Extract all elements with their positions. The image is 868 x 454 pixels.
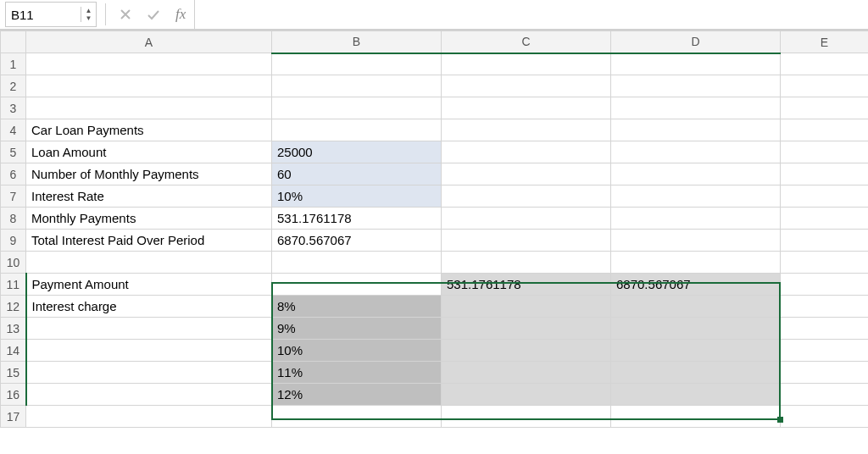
row-header[interactable]: 5 bbox=[1, 141, 26, 163]
row-header[interactable]: 14 bbox=[1, 340, 26, 362]
row-header[interactable]: 1 bbox=[1, 53, 26, 75]
cell-D14[interactable] bbox=[611, 340, 781, 362]
cell-C13[interactable] bbox=[442, 318, 611, 340]
cell-A17[interactable] bbox=[26, 406, 272, 428]
cell-D3[interactable] bbox=[611, 97, 781, 119]
cell-B15[interactable]: 11% bbox=[272, 362, 442, 384]
cell-A5[interactable]: Loan Amount bbox=[26, 141, 272, 163]
cell-D15[interactable] bbox=[611, 362, 781, 384]
cell-E4[interactable] bbox=[781, 119, 869, 141]
cell-C16[interactable] bbox=[442, 384, 611, 406]
cell-E9[interactable] bbox=[781, 230, 869, 252]
cell-B16[interactable]: 12% bbox=[272, 384, 442, 406]
formula-input[interactable] bbox=[194, 0, 868, 29]
cell-C8[interactable] bbox=[442, 208, 611, 230]
select-all-corner[interactable] bbox=[1, 31, 26, 53]
cell-B2[interactable] bbox=[272, 75, 442, 97]
cell-C3[interactable] bbox=[442, 97, 611, 119]
cell-C10[interactable] bbox=[442, 252, 611, 274]
cell-C6[interactable] bbox=[442, 163, 611, 185]
row-header[interactable]: 8 bbox=[1, 208, 26, 230]
cell-A15[interactable] bbox=[26, 362, 272, 384]
cell-C9[interactable] bbox=[442, 230, 611, 252]
row-header[interactable]: 13 bbox=[1, 318, 26, 340]
cell-E1[interactable] bbox=[781, 53, 869, 75]
cell-E16[interactable] bbox=[781, 384, 869, 406]
cell-A10[interactable] bbox=[26, 252, 272, 274]
cell-B13[interactable]: 9% bbox=[272, 318, 442, 340]
cell-D12[interactable] bbox=[611, 296, 781, 318]
cell-B1[interactable] bbox=[272, 53, 442, 75]
cell-E15[interactable] bbox=[781, 362, 869, 384]
cell-C1[interactable] bbox=[442, 53, 611, 75]
cell-B9[interactable]: 6870.567067 bbox=[272, 230, 442, 252]
cell-E14[interactable] bbox=[781, 340, 869, 362]
cell-D5[interactable] bbox=[611, 141, 781, 163]
cell-E13[interactable] bbox=[781, 318, 869, 340]
cell-D7[interactable] bbox=[611, 185, 781, 208]
cell-E6[interactable] bbox=[781, 163, 869, 185]
cell-C15[interactable] bbox=[442, 362, 611, 384]
cell-D6[interactable] bbox=[611, 163, 781, 185]
cell-A2[interactable] bbox=[26, 75, 272, 97]
spreadsheet-grid[interactable]: A B C D E 1 2 3 bbox=[0, 30, 868, 428]
cancel-icon[interactable] bbox=[120, 8, 131, 20]
cell-B11[interactable] bbox=[272, 274, 442, 296]
cell-B12[interactable]: 8% bbox=[272, 296, 442, 318]
cell-D16[interactable] bbox=[611, 384, 781, 406]
cell-D8[interactable] bbox=[611, 208, 781, 230]
cell-E5[interactable] bbox=[781, 141, 869, 163]
cell-A12[interactable]: Interest charge bbox=[26, 296, 272, 318]
enter-icon[interactable] bbox=[147, 8, 160, 20]
cell-A4[interactable]: Car Loan Payments bbox=[26, 119, 272, 141]
cell-D13[interactable] bbox=[611, 318, 781, 340]
cell-A11[interactable]: Payment Amount bbox=[26, 274, 272, 296]
fx-icon[interactable]: fx bbox=[175, 6, 186, 23]
name-box-step-up-icon[interactable]: ▲ bbox=[81, 7, 96, 14]
cell-D17[interactable] bbox=[611, 406, 781, 428]
cell-E11[interactable] bbox=[781, 274, 869, 296]
cell-D9[interactable] bbox=[611, 230, 781, 252]
cell-C4[interactable] bbox=[442, 119, 611, 141]
cell-D4[interactable] bbox=[611, 119, 781, 141]
cell-C2[interactable] bbox=[442, 75, 611, 97]
cell-C5[interactable] bbox=[442, 141, 611, 163]
cell-A13[interactable] bbox=[26, 318, 272, 340]
cell-B3[interactable] bbox=[272, 97, 442, 119]
row-header[interactable]: 11 bbox=[1, 274, 26, 296]
cell-C11[interactable]: 531.1761178 bbox=[442, 274, 611, 296]
cell-E3[interactable] bbox=[781, 97, 869, 119]
row-header[interactable]: 3 bbox=[1, 97, 26, 119]
cell-E8[interactable] bbox=[781, 208, 869, 230]
cell-A1[interactable] bbox=[26, 53, 272, 75]
cell-B4[interactable] bbox=[272, 119, 442, 141]
cell-C7[interactable] bbox=[442, 185, 611, 208]
row-header[interactable]: 2 bbox=[1, 75, 26, 97]
row-header[interactable]: 16 bbox=[1, 384, 26, 406]
cell-B6[interactable]: 60 bbox=[272, 163, 442, 185]
cell-B7[interactable]: 10% bbox=[272, 185, 442, 208]
col-header-B[interactable]: B bbox=[272, 31, 442, 53]
row-header[interactable]: 15 bbox=[1, 362, 26, 384]
cell-E17[interactable] bbox=[781, 406, 869, 428]
row-header[interactable]: 7 bbox=[1, 185, 26, 208]
cell-D11[interactable]: 6870.567067 bbox=[611, 274, 781, 296]
cell-A8[interactable]: Monthly Payments bbox=[26, 208, 272, 230]
cell-A9[interactable]: Total Interest Paid Over Period bbox=[26, 230, 272, 252]
cell-A14[interactable] bbox=[26, 340, 272, 362]
cell-C14[interactable] bbox=[442, 340, 611, 362]
col-header-C[interactable]: C bbox=[442, 31, 611, 53]
cell-E12[interactable] bbox=[781, 296, 869, 318]
row-header[interactable]: 12 bbox=[1, 296, 26, 318]
cell-B10[interactable] bbox=[272, 252, 442, 274]
cell-B8[interactable]: 531.1761178 bbox=[272, 208, 442, 230]
col-header-A[interactable]: A bbox=[26, 31, 272, 53]
col-header-E[interactable]: E bbox=[781, 31, 869, 53]
col-header-D[interactable]: D bbox=[611, 31, 781, 53]
name-box-step-down-icon[interactable]: ▼ bbox=[81, 14, 96, 22]
cell-D2[interactable] bbox=[611, 75, 781, 97]
name-box[interactable]: B11 ▲ ▼ bbox=[5, 2, 97, 27]
row-header[interactable]: 10 bbox=[1, 252, 26, 274]
row-header[interactable]: 4 bbox=[1, 119, 26, 141]
cell-D10[interactable] bbox=[611, 252, 781, 274]
